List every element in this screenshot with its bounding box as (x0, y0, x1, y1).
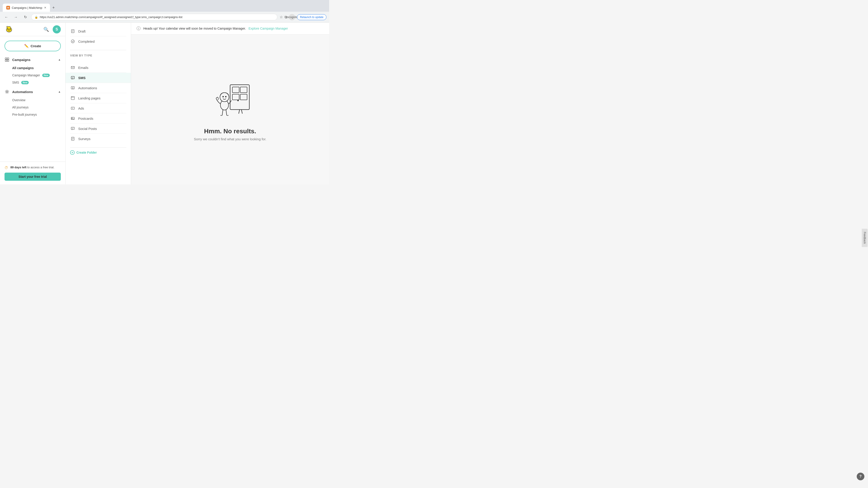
mailchimp-logo[interactable] (4, 25, 13, 34)
automations-chevron: ▲ (58, 90, 61, 93)
tab-close-button[interactable]: ✕ (44, 6, 46, 9)
filter-item-completed[interactable]: Completed (70, 36, 126, 46)
postcards-icon (70, 116, 75, 121)
sidebar-footer: ⏱ 89 days left to access a free trial. S… (0, 162, 65, 184)
svg-rect-7 (7, 60, 9, 61)
svg-rect-6 (5, 60, 7, 61)
status-filter-section: Draft Completed (66, 23, 131, 50)
sidebar-item-overview[interactable]: Overview (12, 96, 65, 104)
sms-filter-icon (70, 75, 75, 80)
svg-point-16 (72, 97, 72, 97)
incognito-label: Incognito (286, 15, 298, 19)
svg-point-33 (222, 96, 224, 97)
create-folder-icon: + (70, 150, 74, 155)
type-filter-section: Emails SMS (66, 59, 131, 147)
relaunch-button[interactable]: Relaunch to update (297, 14, 327, 20)
alert-text: Heads up! Your calendar view will soon b… (143, 27, 288, 30)
bookmark-button[interactable]: ☆ (280, 15, 283, 19)
svg-rect-23 (230, 85, 249, 109)
clock-icon: ⏱ (4, 166, 8, 170)
campaigns-section: Campaigns ▲ All campaigns Campaign Manag… (0, 55, 65, 86)
campaigns-section-header[interactable]: Campaigns ▲ (0, 55, 65, 64)
main-content: ⓘ Heads up! Your calendar view will soon… (131, 23, 329, 184)
filter-item-postcards[interactable]: Postcards (70, 113, 126, 124)
user-avatar[interactable]: S (53, 25, 61, 33)
alert-icon: ⓘ (136, 26, 141, 31)
header-actions: 🔍 S (43, 25, 61, 33)
view-by-type-label: View by Type (66, 50, 131, 59)
campaign-manager-badge: New (42, 74, 50, 77)
sidebar-item-sms[interactable]: SMS New (12, 79, 65, 86)
svg-line-29 (241, 109, 242, 113)
svg-point-17 (72, 97, 72, 97)
svg-point-14 (72, 87, 73, 88)
refresh-button[interactable]: ↻ (22, 13, 29, 21)
sidebar-item-all-campaigns[interactable]: All campaigns (12, 64, 65, 72)
new-tab-button[interactable]: + (51, 4, 57, 11)
search-button[interactable]: 🔍 (43, 27, 49, 32)
create-label: Create (31, 44, 41, 48)
filter-item-surveys[interactable]: Surveys (70, 134, 126, 144)
emails-icon (70, 65, 75, 70)
start-trial-button[interactable]: Start your free trial (4, 173, 61, 181)
filter-item-landing-pages[interactable]: Landing pages (70, 93, 126, 103)
sidebar-top: ✏️ Create (0, 36, 65, 55)
tab-title: Campaigns | Mailchimp (12, 6, 42, 9)
filter-item-draft[interactable]: Draft (70, 26, 126, 36)
surveys-icon (70, 136, 75, 141)
svg-point-8 (6, 91, 8, 92)
automations-icon (4, 89, 9, 94)
sidebar-item-campaign-manager[interactable]: Campaign Manager New (12, 72, 65, 79)
automations-section-header[interactable]: Automations ▲ (0, 87, 65, 96)
no-results-text: Hmm. No results. Sorry we couldn't find … (194, 128, 267, 141)
no-results-illustration (205, 78, 255, 123)
profile-button[interactable]: Incognito (289, 14, 295, 20)
social-posts-icon (70, 126, 75, 131)
pencil-icon: ✏️ (24, 44, 29, 48)
automations-section: Automations ▲ Overview All journeys Pre-… (0, 87, 65, 118)
sidebar-item-prebuilt-journeys[interactable]: Pre-built journeys (12, 111, 65, 118)
svg-rect-4 (5, 58, 7, 59)
filter-item-automations[interactable]: Automations (70, 83, 126, 93)
svg-line-28 (239, 109, 240, 113)
ads-icon (70, 105, 75, 111)
tab-favicon: M (6, 6, 10, 9)
explore-campaign-manager-link[interactable]: Explore Campaign Manager (248, 27, 288, 30)
filter-panel: Draft Completed View by Type (66, 23, 131, 184)
sms-badge: New (21, 81, 29, 84)
app-header: 🔍 S (0, 23, 65, 36)
filter-item-ads[interactable]: Ads (70, 103, 126, 113)
forward-button[interactable]: → (12, 13, 20, 21)
no-results-title: Hmm. No results. (194, 128, 267, 135)
svg-point-34 (225, 96, 226, 97)
svg-rect-5 (7, 58, 9, 59)
sidebar: 🔍 S ✏️ Create (0, 23, 66, 184)
campaigns-sub-items: All campaigns Campaign Manager New SMS N… (0, 64, 65, 86)
url-text: https://us21.admin.mailchimp.com/campaig… (40, 15, 182, 19)
ssl-lock-icon: 🔒 (35, 15, 38, 19)
browser-toolbar: ← → ↻ 🔒 https://us21.admin.mailchimp.com… (0, 12, 329, 23)
active-tab[interactable]: M Campaigns | Mailchimp ✕ (3, 4, 50, 12)
campaigns-chevron: ▲ (58, 58, 61, 61)
filter-item-sms[interactable]: SMS (66, 73, 131, 83)
automations-sub-items: Overview All journeys Pre-built journeys (0, 96, 65, 118)
sidebar-item-all-journeys[interactable]: All journeys (12, 104, 65, 111)
trial-text: 89 days left to access a free trial. (10, 165, 54, 169)
trial-info: ⏱ 89 days left to access a free trial. (4, 165, 61, 170)
draft-icon (70, 29, 75, 34)
no-results-subtitle: Sorry we couldn't find what you were loo… (194, 137, 267, 141)
landing-pages-icon (70, 95, 75, 101)
create-folder-button[interactable]: + Create Folder (66, 148, 131, 158)
svg-point-10 (71, 40, 74, 43)
automations-filter-icon (70, 85, 75, 91)
create-button[interactable]: ✏️ Create (4, 41, 61, 51)
address-bar[interactable]: 🔒 https://us21.admin.mailchimp.com/campa… (31, 14, 277, 20)
filter-item-social-posts[interactable]: Social Posts (70, 124, 126, 134)
filter-item-emails[interactable]: Emails (70, 63, 126, 73)
svg-rect-11 (71, 66, 74, 69)
svg-point-3 (7, 26, 11, 29)
alert-banner: ⓘ Heads up! Your calendar view will soon… (131, 23, 329, 35)
completed-icon (70, 39, 75, 44)
app-container: 🔍 S ✏️ Create (0, 23, 329, 184)
back-button[interactable]: ← (3, 13, 10, 21)
